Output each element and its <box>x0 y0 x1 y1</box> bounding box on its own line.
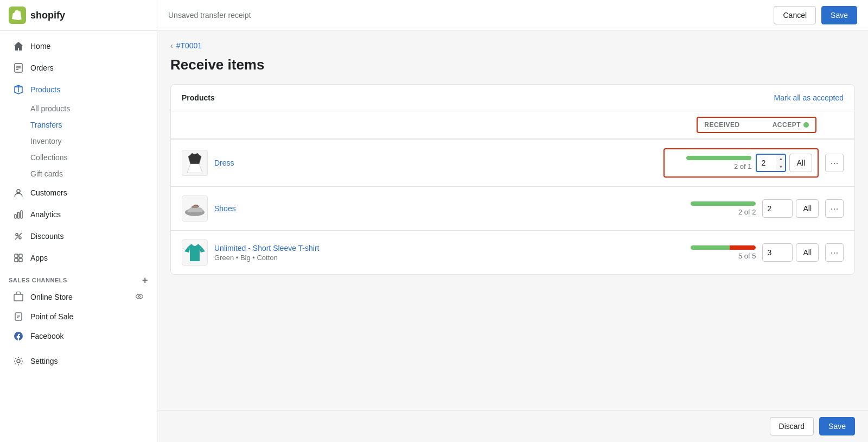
svg-point-7 <box>17 190 20 193</box>
product-name-shoes[interactable]: Shoes <box>214 204 668 213</box>
top-bar: Unsaved transfer receipt Cancel Save <box>157 0 868 30</box>
logo-area: shopify <box>0 0 157 31</box>
accept-section-tshirt: All <box>762 243 819 262</box>
all-button-dress[interactable]: All <box>789 154 812 172</box>
sidebar-item-home[interactable]: Home <box>4 35 152 57</box>
sidebar-item-facebook-label: Facebook <box>30 332 63 340</box>
sidebar-item-customers[interactable]: Customers <box>4 182 152 204</box>
stepper-down-dress[interactable]: ▼ <box>776 163 785 171</box>
table-column-headers: Received Accept <box>171 111 854 139</box>
product-variant-tshirt: Green • Big • Cotton <box>214 254 668 262</box>
received-section-dress: 2 of 1 <box>670 156 751 171</box>
more-button-dress[interactable]: ··· <box>825 154 844 172</box>
accept-section-dress: ▲ ▼ All <box>756 154 812 172</box>
svg-rect-18 <box>14 294 23 301</box>
bottom-bar: Discard Save <box>157 410 868 442</box>
logo-text: shopify <box>30 10 65 21</box>
header-highlight-box: Received Accept <box>697 117 816 133</box>
row-highlight-border: 2 of 1 ▲ ▼ All <box>663 148 819 178</box>
card-header-title: Products <box>182 93 215 102</box>
breadcrumb-chevron-icon: ‹ <box>170 41 173 50</box>
content-area: ‹ #T0001 Receive items Products Mark all… <box>157 30 868 410</box>
sidebar-item-orders[interactable]: Orders <box>4 57 152 79</box>
sidebar-item-online-store[interactable]: Online Store <box>4 287 152 307</box>
tshirt-illustration <box>183 242 206 263</box>
customers-icon <box>13 187 24 198</box>
home-icon <box>13 41 24 52</box>
received-section-tshirt: 5 of 5 <box>674 245 756 260</box>
accept-input-tshirt[interactable] <box>762 243 793 262</box>
sidebar-subitem-inventory-label: Inventory <box>30 137 62 146</box>
discounts-icon <box>13 231 24 242</box>
sidebar-item-products[interactable]: Products <box>4 79 152 100</box>
svg-rect-14 <box>15 254 18 257</box>
pos-icon <box>13 311 24 322</box>
main-content: Unsaved transfer receipt Cancel Save ‹ #… <box>157 0 868 442</box>
eye-icon <box>135 292 144 301</box>
analytics-icon <box>13 209 24 220</box>
settings-icon <box>13 356 24 367</box>
sidebar-item-discounts[interactable]: Discounts <box>4 225 152 247</box>
dress-illustration <box>184 151 206 175</box>
accept-input-shoes[interactable] <box>762 199 793 218</box>
sidebar-item-home-label: Home <box>30 42 50 50</box>
product-image-tshirt <box>182 239 208 266</box>
card-header: Products Mark all as accepted <box>171 85 854 111</box>
svg-point-11 <box>16 233 18 236</box>
svg-rect-9 <box>18 212 20 218</box>
mark-all-accepted-button[interactable]: Mark all as accepted <box>774 93 844 102</box>
svg-rect-26 <box>192 206 198 208</box>
product-image-dress <box>182 150 208 176</box>
product-name-dress[interactable]: Dress <box>214 159 657 167</box>
sidebar-item-analytics-label: Analytics <box>30 210 61 219</box>
sidebar-item-point-of-sale[interactable]: Point of Sale <box>4 307 152 326</box>
stepper-up-dress[interactable]: ▲ <box>776 155 785 163</box>
sidebar-subitem-inventory[interactable]: Inventory <box>4 133 152 149</box>
sidebar-subitem-all-products-label: All products <box>30 104 70 113</box>
svg-rect-17 <box>19 258 22 262</box>
product-name-tshirt[interactable]: Unlimited - Short Sleeve T-shirt <box>214 244 668 252</box>
sidebar-subitem-gift-cards-label: Gift cards <box>30 169 63 178</box>
svg-rect-8 <box>15 214 16 218</box>
sidebar-subitem-collections[interactable]: Collections <box>4 149 152 166</box>
sidebar-item-apps[interactable]: Apps <box>4 247 152 269</box>
apps-icon <box>13 252 24 263</box>
breadcrumb-link[interactable]: #T0001 <box>176 41 202 50</box>
all-button-tshirt[interactable]: All <box>796 243 819 262</box>
save-button-bottom[interactable]: Save <box>819 417 855 435</box>
orders-icon <box>13 62 24 73</box>
progress-bar-dress <box>686 156 751 160</box>
more-button-shoes[interactable]: ··· <box>825 199 844 218</box>
sidebar-subitem-all-products[interactable]: All products <box>4 100 152 117</box>
shoes-illustration <box>183 200 207 217</box>
col-received-header: Received <box>704 121 739 129</box>
more-button-tshirt[interactable]: ··· <box>825 243 844 262</box>
progress-bar-shoes <box>691 201 756 206</box>
sidebar-item-apps-label: Apps <box>30 254 48 262</box>
cancel-button[interactable]: Cancel <box>774 6 816 24</box>
sidebar-item-analytics[interactable]: Analytics <box>4 204 152 225</box>
svg-point-19 <box>136 294 143 299</box>
products-icon <box>13 84 24 95</box>
svg-rect-15 <box>19 254 22 257</box>
table-row: Unlimited - Short Sleeve T-shirt Green •… <box>171 230 854 274</box>
sidebar-subitem-collections-label: Collections <box>30 153 67 162</box>
all-button-shoes[interactable]: All <box>796 199 819 218</box>
sidebar-item-pos-label: Point of Sale <box>30 312 73 321</box>
svg-rect-21 <box>15 313 22 320</box>
sidebar-item-facebook[interactable]: Facebook <box>4 326 152 346</box>
discard-button[interactable]: Discard <box>770 417 814 435</box>
sidebar-item-settings[interactable]: Settings <box>4 350 152 372</box>
products-card: Products Mark all as accepted Received A… <box>170 84 855 275</box>
progress-red-tshirt <box>730 245 756 250</box>
received-text-shoes: 2 of 2 <box>738 208 756 216</box>
sidebar-item-customers-label: Customers <box>30 188 67 197</box>
product-image-shoes <box>182 195 208 222</box>
received-text-tshirt: 5 of 5 <box>738 252 756 260</box>
sidebar-subitem-transfers[interactable]: Transfers <box>4 117 152 133</box>
svg-rect-10 <box>21 211 22 218</box>
sidebar-subitem-gift-cards[interactable]: Gift cards <box>4 166 152 182</box>
save-button-top[interactable]: Save <box>821 6 857 24</box>
sidebar: shopify Home Orders P <box>0 0 157 442</box>
add-sales-channel-button[interactable]: + <box>142 275 148 285</box>
